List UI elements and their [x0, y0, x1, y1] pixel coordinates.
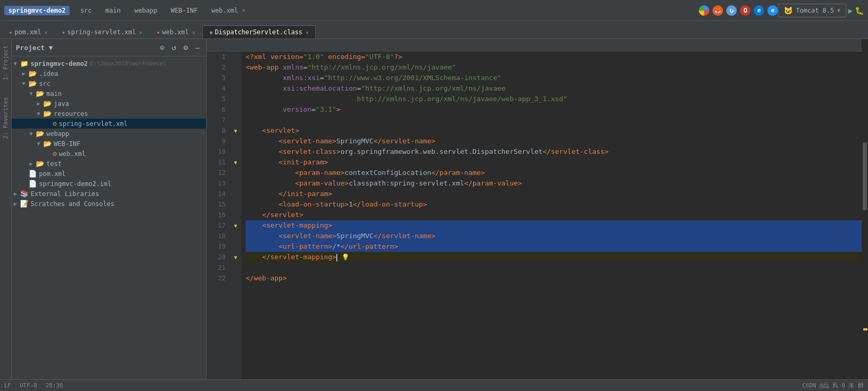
chrome-icon[interactable]: [699, 5, 709, 16]
top-tab-main[interactable]: main: [99, 5, 127, 16]
favorites-panel-tab[interactable]: 2: Favorites: [1, 93, 10, 143]
debug-button[interactable]: 🐛: [855, 6, 864, 15]
status-right: CSDN @品 风 0 末 醉: [802, 382, 864, 389]
tree-label-idea: .idea: [39, 70, 58, 77]
top-tab-webxml-label: web.xml: [211, 7, 238, 14]
tree-arrow-scratches: ▶: [14, 201, 19, 207]
top-bar: springmvc-demo2 src main webapp WEB-INF …: [0, 0, 868, 21]
spring-servlet-tab-close[interactable]: ✕: [139, 30, 142, 35]
tree-label-spring-servlet: spring-servlet.xml: [59, 120, 128, 128]
tree-arrow-idea: ▶: [22, 71, 27, 76]
code-line-6: version="3.1">: [246, 104, 862, 115]
editor-tab-webxml[interactable]: ✦ web.xml ✕: [150, 25, 202, 38]
code-line-8: <servlet>: [246, 125, 862, 136]
ie-icon[interactable]: e: [767, 5, 778, 16]
top-tab-webxml-close[interactable]: ✕: [242, 7, 245, 13]
tree-item-resources[interactable]: ▼ 📂 resources: [12, 109, 206, 119]
tree-item-scratches[interactable]: ▶ 📝 Scratches and Consoles: [12, 199, 206, 209]
tomcat-label: Tomcat 8.5: [796, 7, 834, 14]
gutter-22: [230, 273, 241, 284]
spring-servlet-tab-icon: ✦: [62, 29, 65, 36]
code-line-18: <servlet-name>SpringMVC</servlet-name>: [246, 231, 862, 241]
tree-item-webinf[interactable]: ▼ 📂 WEB-INF: [12, 139, 206, 149]
iml-file-icon: 📄: [28, 180, 37, 188]
top-tab-src[interactable]: src: [74, 5, 98, 16]
top-tab-webapp[interactable]: webapp: [128, 5, 163, 16]
gutter-11[interactable]: ▼: [230, 157, 241, 168]
pom-tab-close[interactable]: ✕: [44, 30, 47, 35]
tomcat-badge[interactable]: 🐱 Tomcat 8.5 ▼: [778, 4, 846, 17]
top-tab-webinf[interactable]: WEB-INF: [164, 5, 204, 16]
resources-folder-icon: 📂: [43, 110, 52, 118]
gutter-8[interactable]: ▼: [230, 125, 241, 136]
line-num-12: 12: [207, 168, 230, 178]
sidebar-locate-icon[interactable]: ⊙: [158, 42, 166, 53]
tree-item-root[interactable]: ▼ 📁 springmvc-demo2 E:\Java2010\workspac…: [12, 58, 206, 69]
tree-item-extlib[interactable]: ▶ 📚 External Libraries: [12, 189, 206, 199]
test-folder-icon: 📂: [36, 160, 44, 168]
sidebar-refresh-icon[interactable]: ↺: [170, 42, 178, 53]
code-text-20: </servlet-mapping>: [246, 252, 337, 262]
editor-tabs-bar: ✦ pom.xml ✕ ✦ spring-servlet.xml ✕ ✦ web…: [0, 21, 868, 39]
gutter-20[interactable]: ▼: [230, 252, 241, 262]
gutter: ▼ ▼ ▼ ▼: [230, 52, 241, 379]
tree-item-src[interactable]: ▼ 📂 src: [12, 79, 206, 89]
scroll-bar[interactable]: [862, 39, 868, 379]
sidebar-minimize-icon[interactable]: –: [193, 42, 202, 53]
editor-tab-spring-servlet[interactable]: ✦ spring-servlet.xml ✕: [55, 25, 149, 38]
tomcat-dropdown-icon[interactable]: ▼: [837, 7, 841, 13]
warning-icon-20[interactable]: 💡: [342, 252, 349, 262]
top-tab-webinf-label: WEB-INF: [171, 7, 198, 14]
webxml-tab-close[interactable]: ✕: [192, 30, 195, 35]
line-num-18: 18: [207, 231, 230, 241]
code-lines[interactable]: <?xml version="1.0" encoding="UTF-8"?> <…: [241, 52, 862, 379]
firefox-icon[interactable]: 🦊: [713, 5, 723, 16]
tree-item-iml[interactable]: 📄 springmvc-demo2.iml: [12, 179, 206, 189]
code-line-1: <?xml version="1.0" encoding="UTF-8"?>: [246, 52, 862, 62]
top-tab-src-label: src: [80, 7, 92, 14]
editor-tab-dispatcher[interactable]: ◆ DispatcherServlet.class ✕: [202, 25, 316, 38]
run-button[interactable]: ▶: [849, 6, 853, 15]
tree-item-webapp[interactable]: ▼ 📂 webapp: [12, 129, 206, 139]
tree-item-idea[interactable]: ▶ 📂 .idea: [12, 69, 206, 79]
webxml-tab-icon: ✦: [157, 29, 160, 36]
opera-icon[interactable]: O: [740, 5, 750, 16]
reload-icon[interactable]: ↻: [726, 5, 737, 16]
code-text-13: <param-value>classpath:spring-servlet.xm…: [246, 178, 522, 189]
line-num-5: 5: [207, 94, 230, 104]
tree-label-extlib: External Libraries: [31, 190, 99, 198]
project-panel-tab[interactable]: 1: Project: [1, 41, 10, 84]
left-panel-tabs: 1: Project 2: Favorites: [0, 39, 12, 379]
line-num-15: 15: [207, 199, 230, 210]
code-text-14: </init-param>: [246, 189, 332, 199]
status-encoding[interactable]: UTF-8: [19, 382, 37, 389]
code-editor[interactable]: 1 2 3 4 5 6 7 8 9 10 11 12 13 14 15 16 1…: [207, 39, 862, 379]
gutter-3: [230, 73, 241, 83]
editor-tab-pom[interactable]: ✦ pom.xml ✕: [2, 25, 54, 38]
tree-item-spring-servlet[interactable]: ⚙ spring-servlet.xml: [12, 119, 206, 129]
code-line-4: xsi:schemaLocation="http://xmlns.jcp.org…: [246, 83, 862, 94]
line-numbers: 1 2 3 4 5 6 7 8 9 10 11 12 13 14 15 16 1…: [207, 52, 230, 379]
tree-item-java[interactable]: ▶ 📂 java: [12, 99, 206, 109]
line-num-11: 11: [207, 157, 230, 168]
tree-item-test[interactable]: ▶ 📂 test: [12, 159, 206, 169]
dispatcher-tab-close[interactable]: ✕: [306, 30, 309, 35]
code-text-12: <param-name>contextConfigLocation</param…: [246, 168, 485, 178]
sidebar-settings-icon[interactable]: ⚙: [181, 42, 190, 53]
gutter-17[interactable]: ▼: [230, 220, 241, 231]
status-lf[interactable]: LF: [4, 382, 11, 389]
code-text-19: <url-pattern>/*</url-pattern>: [246, 241, 398, 252]
tree-label-webinf: WEB-INF: [54, 140, 81, 148]
code-line-16: </servlet>: [246, 210, 862, 220]
top-tab-webxml[interactable]: web.xml ✕: [205, 5, 252, 16]
edge-icon[interactable]: e: [754, 5, 764, 16]
tree-arrow-webinf: ▼: [37, 141, 42, 146]
tree-item-webxml[interactable]: ⚙ web.xml: [12, 149, 206, 159]
project-badge[interactable]: springmvc-demo2: [4, 6, 70, 15]
tree-label-webapp: webapp: [46, 130, 69, 138]
tree-item-main[interactable]: ▼ 📂 main: [12, 89, 206, 99]
status-bar: LF UTF-8 20:30 CSDN @品 风 0 末 醉: [0, 379, 868, 391]
project-root-icon: 📁: [20, 60, 28, 67]
webapp-folder-icon: 📂: [36, 130, 44, 138]
tree-item-pom[interactable]: 📄 pom.xml: [12, 169, 206, 179]
